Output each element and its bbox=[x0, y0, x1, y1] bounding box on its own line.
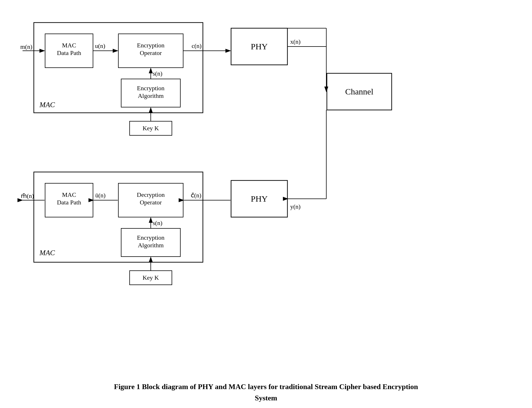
signal-cn-top: c(n) bbox=[192, 42, 201, 49]
key-k-top: Key K bbox=[143, 125, 159, 132]
signal-cn-bar: c̄(n) bbox=[191, 192, 201, 199]
signal-sn-top: s(n) bbox=[153, 70, 162, 77]
phy-top: PHY bbox=[251, 42, 268, 51]
mac-data-path-top-line2: Data Path bbox=[57, 49, 81, 56]
enc-operator-top-line2: Operator bbox=[140, 49, 162, 56]
mac-label-top: MAC bbox=[39, 101, 55, 109]
figure-caption-line2: System bbox=[0, 394, 532, 402]
dec-operator-bottom-line1: Decryption bbox=[137, 191, 165, 198]
signal-xn: x(n) bbox=[290, 38, 301, 45]
mac-data-path-bottom-line1: MAC bbox=[62, 191, 76, 198]
signal-mn-top: m(n) bbox=[20, 43, 32, 50]
diagram-container: MAC MAC Data Path Encryption Operator En… bbox=[17, 8, 513, 319]
enc-algorithm-bottom-line1: Encryption bbox=[137, 234, 165, 241]
mac-data-path-bottom-line2: Data Path bbox=[57, 199, 81, 206]
signal-un-bar: ū(n) bbox=[95, 192, 106, 199]
mac-data-path-top-line1: MAC bbox=[62, 42, 76, 49]
dec-operator-bottom-line2: Operator bbox=[140, 199, 162, 206]
mac-label-bottom: MAC bbox=[39, 249, 55, 257]
channel: Channel bbox=[345, 87, 373, 96]
signal-yn: y(n) bbox=[290, 203, 301, 210]
phy-bottom: PHY bbox=[251, 194, 268, 203]
key-k-bottom: Key K bbox=[143, 274, 159, 281]
signal-mn-bar: m̄(n) bbox=[21, 192, 34, 199]
enc-algorithm-top-line1: Encryption bbox=[137, 85, 165, 92]
signal-un-top: u(n) bbox=[95, 42, 105, 49]
enc-algorithm-bottom-line2: Algorithm bbox=[138, 242, 164, 249]
enc-algorithm-top-line2: Algorithm bbox=[138, 92, 164, 99]
figure-caption-line1: Figure 1 Block diagram of PHY and MAC la… bbox=[0, 383, 532, 391]
signal-sn-bottom: s(n) bbox=[153, 219, 162, 226]
enc-operator-top-line1: Encryption bbox=[137, 42, 165, 49]
